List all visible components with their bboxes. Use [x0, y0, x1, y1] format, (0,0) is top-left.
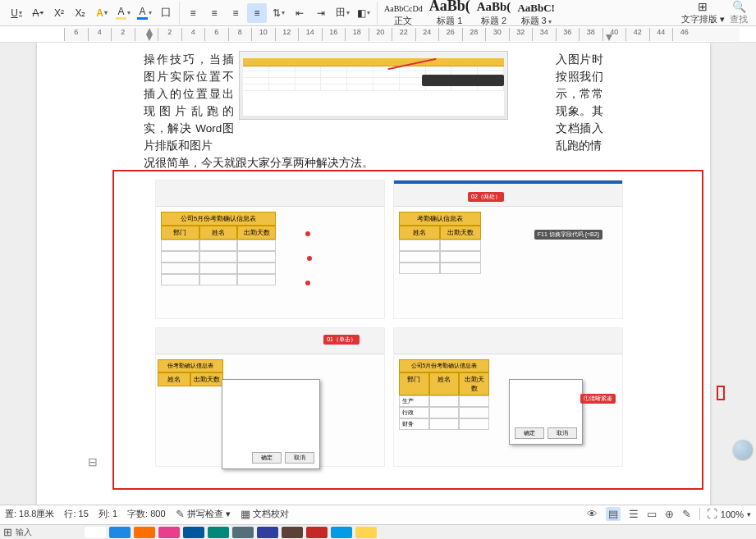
font-color-button[interactable]: A	[135, 3, 154, 23]
page: 操作技巧，当插图片实际位置不插入的位置显出现图片乱跑的实，解决 Word图片排版…	[37, 43, 710, 510]
floating-assistant-button[interactable]	[733, 440, 753, 459]
outline-view-button[interactable]: ☰	[629, 508, 639, 520]
style-heading1[interactable]: AaBb( 标题 1	[429, 0, 470, 27]
status-bar: 置: 18.8厘米 行: 15 列: 1 字数: 800 ✎拼写检查 ▾ ▦文档…	[0, 505, 756, 523]
text-cursor-indicator	[717, 386, 725, 400]
quadrant-top-left[interactable]: 公司5月份考勤确认信息表 部门姓名出勤天数	[155, 180, 385, 319]
spell-check-icon: ✎	[176, 508, 185, 520]
taskbar-app[interactable]	[158, 527, 180, 538]
status-right-group: 👁 ▤ ☰ ▭ ⊕ ✎ ⛶ 100% ▾	[587, 507, 751, 521]
reading-view-button[interactable]: ▭	[647, 508, 657, 520]
find-button[interactable]: 🔍 查找	[730, 0, 748, 25]
borders-button[interactable]: 田	[332, 3, 352, 23]
windows-taskbar[interactable]: ⊞ 输入	[0, 524, 756, 539]
taskbar-app[interactable]	[208, 527, 229, 538]
embedded-screenshot-top[interactable]	[239, 51, 508, 120]
char-border-button[interactable]: 囗	[156, 3, 176, 23]
shading-button[interactable]: ◧	[354, 3, 373, 23]
proofing-icon: ▦	[241, 508, 250, 520]
quadrant-bottom-left[interactable]: 01（单击） 份考勤确认信息表 姓名出勤天数 确定 取消	[155, 327, 385, 467]
taskbar-app[interactable]	[355, 527, 377, 538]
web-layout-view-button[interactable]: ⊕	[665, 508, 674, 520]
text-layout-icon: ⊞	[698, 0, 708, 13]
style-normal[interactable]: AaBbCcDd 正文	[384, 5, 423, 27]
zoom-fit-icon[interactable]: ⛶	[707, 508, 717, 520]
line-spacing-button[interactable]: ⇅	[268, 3, 288, 23]
strikethrough-button[interactable]: A	[28, 3, 48, 23]
status-word-count[interactable]: 字数: 800	[127, 508, 165, 520]
search-icon: 🔍	[732, 0, 746, 13]
spell-check-button[interactable]: ✎拼写检查 ▾	[176, 508, 231, 520]
dialog-cancel-button[interactable]: 取消	[548, 427, 577, 439]
proofing-button[interactable]: ▦文档校对	[241, 508, 289, 520]
taskbar-app[interactable]	[183, 527, 204, 538]
body-text-left[interactable]: 操作技巧，当插图片实际位置不插入的位置显出现图片乱跑的实，解决 Word图片排版…	[144, 51, 234, 154]
taskbar-app[interactable]	[134, 527, 155, 538]
align-justify-button[interactable]: ≡	[247, 3, 267, 23]
input-hint[interactable]: 输入	[16, 527, 32, 538]
subscript-button[interactable]: X₂	[71, 3, 90, 23]
table-title: 考勤确认信息表	[399, 212, 481, 226]
body-text-right[interactable]: 入图片时按照我们示，常常现象。其文档插入乱跑的情	[556, 51, 603, 154]
dialog-box[interactable]: 确定 取消	[222, 379, 320, 469]
table-title: 公司5月份考勤确认信息表	[399, 359, 489, 372]
taskbar-app[interactable]	[109, 527, 131, 538]
zoom-label[interactable]: 100%	[721, 509, 744, 519]
styles-gallery[interactable]: AaBbCcDd 正文 AaBb( 标题 1 AaBb( 标题 2 AaBbC!…	[378, 0, 561, 27]
increase-indent-button[interactable]: ⇥	[311, 3, 331, 23]
body-text-full[interactable]: 况很简单，今天就跟大家分享两种解决方法。	[144, 154, 603, 171]
focus-view-button[interactable]: ✎	[682, 508, 691, 520]
eye-icon[interactable]: 👁	[587, 508, 598, 520]
style-heading3[interactable]: AaBbC! 标题 3▾	[517, 2, 555, 27]
align-right-button[interactable]: ≡	[226, 3, 245, 23]
image-grid-selection[interactable]: 公司5月份考勤确认信息表 部门姓名出勤天数 02（两处） F	[112, 170, 703, 490]
align-center-button[interactable]: ≡	[204, 3, 224, 23]
paragraph-group: ≡ ≡ ≡ ≡ ⇅ ⇤ ⇥ 田 ◧	[180, 2, 378, 25]
taskbar-app[interactable]	[85, 527, 106, 538]
status-column[interactable]: 列: 1	[99, 508, 117, 520]
dialog-box-small[interactable]: 确定 取消	[509, 379, 583, 445]
taskbar-app[interactable]	[257, 527, 278, 538]
taskbar-app[interactable]	[331, 527, 352, 538]
style-heading2[interactable]: AaBb( 标题 2	[477, 1, 511, 27]
table-title: 公司5月份考勤确认信息表	[161, 212, 276, 226]
text-layout-button[interactable]: ⊞ 文字排版 ▾	[681, 0, 725, 25]
highlight-button[interactable]: A	[113, 3, 133, 23]
page-break-icon: ⊟	[88, 455, 98, 468]
font-effects-group: U A X² X₂ A A A 囗	[3, 2, 180, 25]
underline-button[interactable]: U	[7, 3, 26, 23]
dialog-ok-button[interactable]: 确定	[252, 452, 282, 464]
taskbar-app[interactable]	[282, 527, 303, 538]
table-title: 份考勤确认信息表	[158, 359, 223, 372]
formatting-toolbar: U A X² X₂ A A A 囗 ≡ ≡ ≡ ≡ ⇅ ⇤ ⇥ 田 ◧ AaBb…	[0, 0, 756, 26]
decrease-indent-button[interactable]: ⇤	[290, 3, 309, 23]
horizontal-ruler[interactable]: 6422468101214161820222426283032343638404…	[0, 26, 756, 43]
taskbar-app[interactable]	[306, 527, 328, 538]
zoom-control[interactable]: ⛶ 100% ▾	[699, 508, 751, 520]
document-area[interactable]: 操作技巧，当插图片实际位置不插入的位置显出现图片乱跑的实，解决 Word图片排版…	[0, 43, 756, 510]
align-left-button[interactable]: ≡	[183, 3, 203, 23]
taskbar-app[interactable]	[232, 527, 254, 538]
text-effects-button[interactable]: A	[92, 3, 112, 23]
dialog-cancel-button[interactable]: 取消	[285, 452, 314, 464]
superscript-button[interactable]: X²	[49, 3, 69, 23]
dialog-ok-button[interactable]: 确定	[515, 427, 544, 439]
quadrant-top-right[interactable]: 02（两处） F11 切换字段代码 {=B2} 考勤确认信息表 姓名出勤天数	[393, 180, 623, 319]
print-layout-view-button[interactable]: ▤	[606, 507, 621, 521]
status-page-position[interactable]: 置: 18.8厘米	[5, 508, 54, 520]
quadrant-bottom-right[interactable]: 公司5月份考勤确认信息表 部门姓名出勤天数 生产 行政 财务 确定 取消 ①清晰…	[393, 327, 623, 467]
start-menu-button[interactable]: ⊞	[3, 526, 12, 538]
right-tools: ⊞ 文字排版 ▾ 🔍 查找	[676, 0, 753, 25]
status-line[interactable]: 行: 15	[64, 508, 88, 520]
